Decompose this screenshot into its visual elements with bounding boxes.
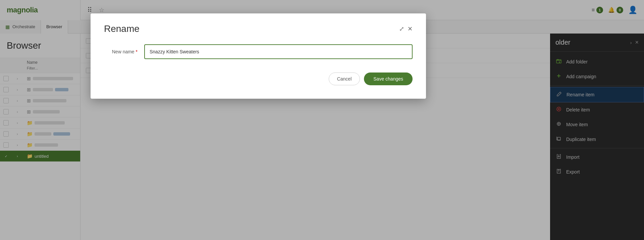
modal-header: Rename ⤢ ✕ <box>104 23 413 34</box>
cancel-button[interactable]: Cancel <box>329 73 360 85</box>
field-label: New name * <box>104 49 138 54</box>
field-label-text: New name <box>112 49 135 54</box>
form-row: New name * <box>104 44 413 59</box>
modal-expand-icon[interactable]: ⤢ <box>399 25 404 33</box>
modal-footer: Cancel Save changes <box>104 73 413 85</box>
modal-close-icon[interactable]: ✕ <box>408 25 413 33</box>
modal-controls: ⤢ ✕ <box>399 25 413 33</box>
rename-modal: Rename ⤢ ✕ New name * Cancel Save change… <box>91 13 426 99</box>
required-indicator: * <box>136 49 138 54</box>
save-changes-button[interactable]: Save changes <box>364 73 413 85</box>
modal-overlay[interactable]: Rename ⤢ ✕ New name * Cancel Save change… <box>0 0 644 240</box>
modal-title: Rename <box>104 23 140 34</box>
new-name-input[interactable] <box>144 44 413 59</box>
